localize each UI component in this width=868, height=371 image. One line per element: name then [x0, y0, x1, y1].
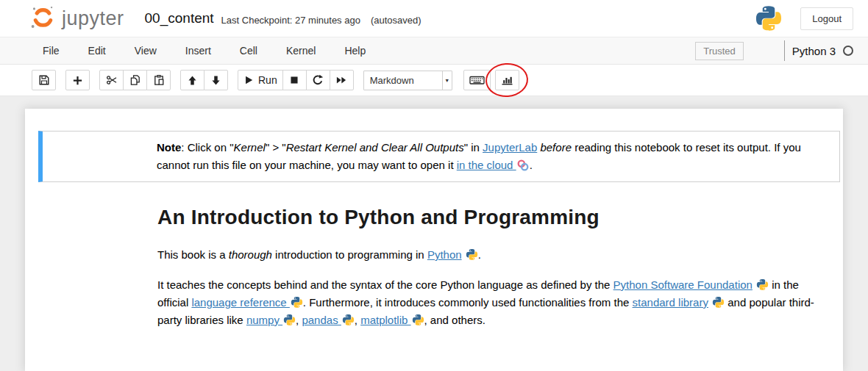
stop-icon	[289, 75, 299, 85]
chart-icon	[501, 74, 513, 86]
header: jupyter 00_content Last Checkpoint: 27 m…	[0, 0, 868, 37]
italic-text: Kernel	[234, 141, 266, 154]
copy-icon	[129, 74, 141, 86]
python-icon	[465, 248, 478, 261]
trusted-badge: Trusted	[695, 42, 744, 60]
python-logo-icon	[755, 4, 783, 32]
cell-type-value: Markdown	[364, 75, 442, 86]
move-up-button[interactable]	[180, 70, 204, 90]
menubar: FileEditViewInsertCellKernelHelp Trusted…	[0, 37, 868, 65]
link-language-reference[interactable]: language reference	[191, 296, 289, 309]
paste-icon	[153, 74, 165, 86]
notebook-title[interactable]: 00_content	[145, 10, 214, 26]
link-in-the-cloud[interactable]: in the cloud	[457, 159, 516, 171]
menu-item-insert[interactable]: Insert	[185, 45, 211, 57]
header-right: Logout	[755, 4, 853, 32]
menu-item-file[interactable]: File	[43, 45, 60, 57]
italic-text: Restart Kernel and Clear All Outputs	[286, 141, 464, 154]
logout-button[interactable]: Logout	[800, 7, 853, 30]
fast-forward-button[interactable]	[330, 70, 354, 90]
cell-type-dropdown[interactable]: Markdown▼	[363, 71, 452, 90]
markdown-cell[interactable]: Note: Click on "Kernel" > "Restart Kerne…	[25, 131, 843, 329]
paragraph-intro: This book is a thorough introduction to …	[157, 246, 830, 264]
checkpoint-status: Last Checkpoint: 27 minutes ago	[221, 12, 360, 26]
menu-item-kernel[interactable]: Kernel	[286, 45, 316, 57]
jupyter-logo-icon	[29, 4, 57, 34]
paste-button[interactable]	[146, 70, 171, 90]
note-box: Note: Click on "Kernel" > "Restart Kerne…	[38, 131, 840, 182]
save-icon	[38, 74, 50, 86]
binder-icon	[516, 159, 530, 171]
copy-button[interactable]	[123, 70, 147, 90]
save-button[interactable]	[32, 70, 56, 90]
link-jupyterlab[interactable]: JupyterLab	[483, 141, 537, 154]
toolbar-button-group	[99, 70, 171, 90]
python-icon	[711, 296, 725, 309]
restart-button[interactable]	[306, 70, 330, 90]
menu-list: FileEditViewInsertCellKernelHelp	[43, 45, 394, 57]
toolbar-button-group	[463, 70, 491, 90]
paragraph-details: It teaches the concepts behind and the s…	[157, 276, 830, 329]
fast-forward-icon	[335, 75, 347, 85]
cut-icon	[106, 74, 118, 86]
python-icon	[411, 314, 424, 326]
jupyter-logo[interactable]: jupyter	[29, 4, 124, 34]
link-python[interactable]: Python	[427, 248, 462, 261]
stop-button[interactable]	[282, 70, 307, 90]
markdown-rendered-area: An Introduction to Python and Programmin…	[157, 209, 830, 329]
toolbar-button-group: Run	[238, 70, 354, 90]
add-button[interactable]	[65, 70, 90, 90]
restart-icon	[312, 74, 324, 86]
cut-button[interactable]	[99, 70, 124, 90]
toolbar-button-group	[180, 70, 228, 90]
menubar-right: Trusted Python 3	[695, 40, 853, 61]
menu-item-view[interactable]: View	[135, 45, 157, 57]
menu-item-cell[interactable]: Cell	[240, 45, 257, 57]
keyboard-button[interactable]	[463, 70, 491, 90]
menu-item-edit[interactable]: Edit	[88, 45, 106, 57]
jupyter-logo-text: jupyter	[62, 7, 124, 30]
kernel-name: Python 3	[792, 45, 836, 57]
vertical-divider	[784, 40, 785, 61]
move-up-icon	[187, 75, 198, 86]
move-down-icon	[210, 75, 221, 86]
chart-button[interactable]	[495, 70, 519, 90]
link-pandas[interactable]: pandas	[302, 314, 341, 326]
python-icon	[290, 296, 303, 309]
run-button-label: Run	[258, 74, 277, 86]
toolbar-button-group	[495, 70, 519, 90]
kernel-idle-icon	[843, 46, 853, 56]
link-standard-library[interactable]: standard library	[633, 296, 708, 309]
site: Note: Click on "Kernel" > "Restart Kerne…	[0, 96, 868, 371]
run-button[interactable]: Run	[238, 70, 283, 90]
italic-text: before	[540, 141, 572, 154]
bold-text: Note	[157, 141, 181, 154]
link-numpy[interactable]: numpy	[246, 314, 282, 326]
toolbar: RunMarkdown▼	[0, 65, 868, 96]
python-icon	[755, 278, 769, 291]
python-icon	[282, 314, 296, 326]
python-icon	[341, 314, 355, 326]
link-python-software-foundation[interactable]: Python Software Foundation	[613, 278, 753, 291]
menu-item-help[interactable]: Help	[344, 45, 366, 57]
chevron-down-icon: ▼	[442, 71, 452, 90]
move-down-button[interactable]	[204, 70, 228, 90]
add-icon	[72, 75, 83, 86]
notebook-container: Note: Click on "Kernel" > "Restart Kerne…	[25, 109, 843, 371]
run-icon	[243, 75, 254, 85]
keyboard-icon	[469, 74, 485, 86]
toolbar-button-group	[32, 70, 56, 90]
autosave-status: (autosaved)	[371, 12, 421, 26]
page-title: An Introduction to Python and Programmin…	[157, 209, 830, 226]
jupyter-app: jupyter 00_content Last Checkpoint: 27 m…	[0, 0, 868, 371]
link-matplotlib[interactable]: matplotlib	[360, 314, 410, 326]
italic-text: thorough	[229, 248, 272, 261]
toolbar-button-group	[65, 70, 90, 90]
